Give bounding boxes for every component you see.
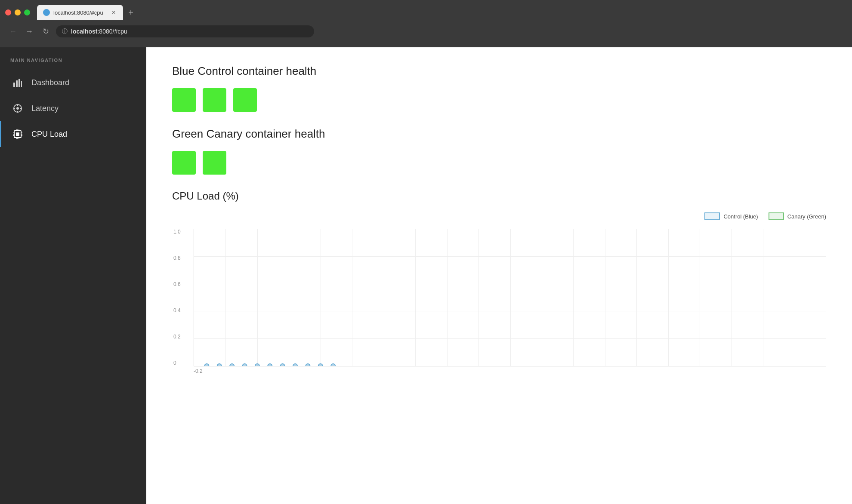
address-bar-row: ← → ↻ ⓘ localhost:8080/#cpu <box>0 22 852 41</box>
y-axis: 1.0 0.8 0.6 0.4 0.2 0 <box>173 229 181 366</box>
svg-rect-7 <box>16 132 19 136</box>
dot-blue-10 <box>318 364 323 366</box>
address-bar[interactable]: ⓘ localhost:8080/#cpu <box>56 25 314 37</box>
dot-blue-6 <box>268 364 272 366</box>
sidebar-item-latency[interactable]: Latency <box>0 95 146 121</box>
y-tick-04: 0.4 <box>173 307 181 313</box>
nav-section-label: MAIN NAVIGATION <box>0 58 146 70</box>
tab-bar: localhost:8080/#cpu ✕ + <box>0 0 852 22</box>
blue-health-boxes <box>172 88 826 112</box>
blue-health-box-3 <box>233 88 257 112</box>
dot-blue-8 <box>293 364 297 366</box>
chart-svg <box>194 229 826 366</box>
sidebar-item-label-latency: Latency <box>31 104 59 113</box>
dashboard-svg-icon <box>12 77 23 88</box>
svg-rect-2 <box>19 79 20 87</box>
dot-blue-7 <box>281 364 285 366</box>
cpu-svg-icon <box>12 129 23 139</box>
legend-blue-swatch <box>704 212 720 220</box>
chart-container: 1.0 0.8 0.6 0.4 0.2 0 <box>172 229 826 374</box>
dot-blue-5 <box>255 364 259 366</box>
dot-blue-2 <box>217 364 222 366</box>
sidebar-item-dashboard[interactable]: Dashboard <box>0 70 146 95</box>
svg-point-5 <box>16 107 19 110</box>
x-axis-bottom: -0.2 <box>194 366 826 374</box>
dot-blue-4 <box>243 364 247 366</box>
dot-blue-11 <box>331 364 335 366</box>
dot-blue-9 <box>306 364 310 366</box>
y-tick-10: 1.0 <box>173 229 181 235</box>
reload-button[interactable]: ↻ <box>40 25 52 37</box>
green-health-boxes <box>172 151 826 175</box>
latency-icon <box>12 102 24 114</box>
blue-health-box-1 <box>172 88 196 112</box>
y-tick-08: 0.8 <box>173 255 181 261</box>
cpu-chart-title: CPU Load (%) <box>172 190 826 202</box>
chart-legend: Control (Blue) Canary (Green) <box>172 212 826 220</box>
sidebar-item-cpu-load[interactable]: CPU Load <box>0 121 146 147</box>
dashboard-icon <box>12 77 24 89</box>
green-health-box-1 <box>172 151 196 175</box>
y-tick-02: 0.2 <box>173 334 181 340</box>
app-body: MAIN NAVIGATION Dashboard <box>0 47 852 504</box>
dot-blue-3 <box>230 364 234 366</box>
address-bar-url: localhost:8080/#cpu <box>71 28 127 35</box>
svg-rect-3 <box>21 81 22 87</box>
minimize-traffic-light[interactable] <box>15 9 21 15</box>
url-host: localhost <box>71 28 97 35</box>
forward-button[interactable]: → <box>23 25 35 37</box>
legend-blue-label: Control (Blue) <box>723 213 758 220</box>
chart-plot-area: 1.0 0.8 0.6 0.4 0.2 0 <box>194 229 826 366</box>
dot-blue-1 <box>204 364 209 366</box>
y-tick-0: 0 <box>173 360 181 366</box>
green-canary-title: Green Canary container health <box>172 127 826 141</box>
url-rest: :8080/#cpu <box>97 28 127 35</box>
y-tick-06: 0.6 <box>173 281 181 287</box>
svg-rect-1 <box>16 80 18 87</box>
x-bottom-tick: -0.2 <box>194 368 203 374</box>
maximize-traffic-light[interactable] <box>24 9 30 15</box>
active-tab[interactable]: localhost:8080/#cpu ✕ <box>37 5 123 20</box>
legend-blue: Control (Blue) <box>704 212 758 220</box>
blue-control-title: Blue Control container health <box>172 65 826 78</box>
tab-title: localhost:8080/#cpu <box>53 9 107 16</box>
close-traffic-light[interactable] <box>5 9 11 15</box>
sidebar: MAIN NAVIGATION Dashboard <box>0 47 146 504</box>
sidebar-item-label-dashboard: Dashboard <box>31 78 69 87</box>
tab-close-button[interactable]: ✕ <box>110 9 117 16</box>
legend-green: Canary (Green) <box>769 212 826 220</box>
traffic-lights <box>5 9 30 15</box>
legend-green-swatch <box>769 212 784 220</box>
sidebar-item-label-cpu-load: CPU Load <box>31 130 67 139</box>
blue-health-box-2 <box>203 88 226 112</box>
back-button[interactable]: ← <box>7 25 19 37</box>
green-health-box-2 <box>203 151 226 175</box>
new-tab-button[interactable]: + <box>125 6 137 18</box>
cpu-load-icon <box>12 128 24 140</box>
main-content: Blue Control container health Green Cana… <box>146 47 852 504</box>
tab-globe-icon <box>43 9 50 16</box>
legend-green-label: Canary (Green) <box>787 213 826 220</box>
browser-chrome: localhost:8080/#cpu ✕ + ← → ↻ ⓘ localhos… <box>0 0 852 47</box>
latency-svg-icon <box>12 103 23 114</box>
info-icon: ⓘ <box>62 28 68 35</box>
svg-rect-0 <box>13 83 15 87</box>
